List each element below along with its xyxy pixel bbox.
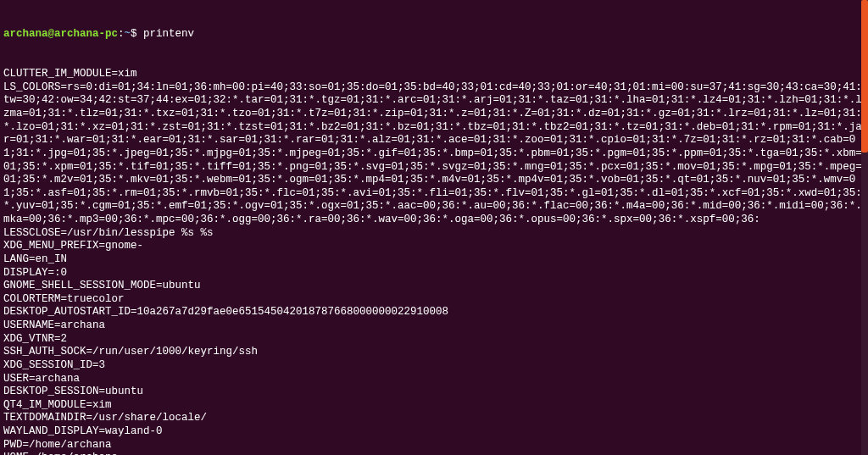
prompt-path: ~: [125, 28, 131, 40]
output-line: CLUTTER_IM_MODULE=xim: [3, 68, 865, 81]
prompt-line: archana@archana-pc:~$ printenv: [3, 28, 865, 42]
output-line: QT4_IM_MODULE=xim: [3, 399, 865, 413]
prompt-user-host: archana@archana-pc: [3, 28, 118, 40]
output-line: LESSCLOSE=/usr/bin/lesspipe %s %s: [3, 227, 865, 241]
output-line: DISPLAY=:0: [3, 267, 865, 280]
output-line: LS_COLORS=rs=0:di=01;34:ln=01;36:mh=00:p…: [3, 81, 865, 227]
terminal-window[interactable]: archana@archana-pc:~$ printenv CLUTTER_I…: [3, 2, 865, 455]
output-line: XDG_VTNR=2: [3, 333, 865, 347]
output-line: PWD=/home/archana: [3, 439, 865, 452]
output-line: DESKTOP_AUTOSTART_ID=10a267a7d29fae0e651…: [3, 306, 865, 319]
output-line: HOME=/home/archana: [3, 452, 865, 455]
output-line: WAYLAND_DISPLAY=wayland-0: [3, 425, 865, 439]
output-line: TEXTDOMAINDIR=/usr/share/locale/: [3, 412, 865, 425]
scrollbar-track[interactable]: [861, 0, 868, 455]
output-line: USER=archana: [3, 373, 865, 386]
command-input[interactable]: printenv: [143, 28, 194, 40]
scrollbar-thumb[interactable]: [861, 0, 868, 153]
output-line: SSH_AUTH_SOCK=/run/user/1000/keyring/ssh: [3, 346, 865, 359]
output-line: XDG_MENU_PREFIX=gnome-: [3, 240, 865, 253]
prompt-separator: :: [118, 28, 125, 40]
output-line: XDG_SESSION_ID=3: [3, 359, 865, 373]
terminal-output: CLUTTER_IM_MODULE=ximLS_COLORS=rs=0:di=0…: [3, 68, 865, 455]
output-line: GNOME_SHELL_SESSION_MODE=ubuntu: [3, 280, 865, 293]
output-line: LANG=en_IN: [3, 253, 865, 267]
prompt-symbol: $: [131, 28, 137, 40]
output-line: USERNAME=archana: [3, 319, 865, 333]
output-line: DESKTOP_SESSION=ubuntu: [3, 386, 865, 399]
output-line: COLORTERM=truecolor: [3, 293, 865, 307]
